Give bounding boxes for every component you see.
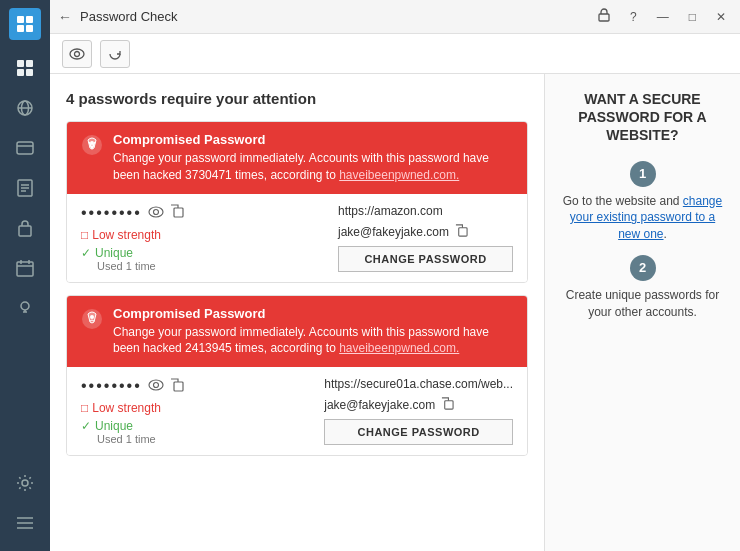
compromised-content-2: Compromised Password Change your passwor…: [113, 306, 513, 358]
main-area: ← Password Check ? — □ ✕: [50, 0, 740, 551]
compromised-text-1: Change your password immediately. Accoun…: [113, 150, 513, 184]
strength-icon-2: □: [81, 401, 88, 415]
sidebar-item-notes[interactable]: [5, 170, 45, 206]
sidebar-item-more[interactable]: [5, 505, 45, 541]
compromised-icon-2: [81, 308, 103, 335]
password-details-1: ••••••••: [67, 194, 527, 282]
haveibeenpwned-link-2[interactable]: haveibeenpwned.com.: [339, 341, 459, 355]
password-field-1: ••••••••: [81, 204, 328, 222]
copy-email-icon-1[interactable]: [455, 224, 468, 240]
svg-point-23: [22, 480, 28, 486]
email-2: jake@fakeyjake.com: [324, 398, 435, 412]
show-password-icon-2[interactable]: [148, 378, 164, 394]
show-password-icon-1[interactable]: [148, 205, 164, 221]
svg-rect-6: [17, 69, 24, 76]
change-password-btn-1[interactable]: CHANGE PASSWORD: [338, 246, 513, 272]
svg-rect-17: [19, 226, 31, 236]
strength-label-2: Low strength: [92, 401, 161, 415]
svg-rect-41: [445, 401, 453, 409]
email-row-2: jake@fakeyjake.com: [324, 397, 513, 413]
unique-icon-1: ✓: [81, 246, 91, 260]
compromised-title-2: Compromised Password: [113, 306, 513, 321]
panel-header: 4 passwords require your attention: [66, 90, 528, 107]
compromised-text-2: Change your password immediately. Accoun…: [113, 324, 513, 358]
password-left-2: ••••••••: [81, 377, 314, 445]
svg-rect-7: [26, 69, 33, 76]
svg-rect-5: [26, 60, 33, 67]
svg-point-39: [153, 383, 158, 388]
svg-point-29: [75, 51, 80, 56]
titlebar: ← Password Check ? — □ ✕: [50, 0, 740, 34]
strength-label-1: Low strength: [92, 228, 161, 242]
svg-rect-3: [26, 25, 33, 32]
sidebar: [0, 0, 50, 551]
site-url-1: https://amazon.com: [338, 204, 443, 218]
password-right-1: https://amazon.com jake@fakeyjake.com CH…: [338, 204, 513, 272]
copy-password-icon-1[interactable]: [170, 204, 184, 221]
password-dots-1: ••••••••: [81, 204, 142, 222]
password-right-2: https://secure01a.chase.com/web... jake@…: [324, 377, 513, 445]
svg-rect-4: [17, 60, 24, 67]
maximize-button[interactable]: □: [683, 8, 702, 26]
svg-rect-34: [174, 208, 183, 217]
left-panel: 4 passwords require your attention: [50, 74, 545, 551]
password-card-2: Compromised Password Change your passwor…: [66, 295, 528, 457]
compromised-banner-1: Compromised Password Change your passwor…: [67, 122, 527, 194]
svg-point-22: [21, 302, 29, 310]
step-2-text: Create unique passwords for your other a…: [559, 287, 726, 321]
compromised-icon-1: [81, 134, 103, 161]
svg-rect-27: [599, 14, 609, 21]
sidebar-item-dashboard[interactable]: [5, 50, 45, 86]
sidebar-item-calendar[interactable]: [5, 250, 45, 286]
unique-row-2: ✓ Unique: [81, 419, 314, 433]
svg-point-33: [153, 209, 158, 214]
email-1: jake@fakeyjake.com: [338, 225, 449, 239]
svg-rect-0: [17, 16, 24, 23]
haveibeenpwned-link-1[interactable]: haveibeenpwned.com.: [339, 168, 459, 182]
copy-password-icon-2[interactable]: [170, 378, 184, 395]
close-button[interactable]: ✕: [710, 8, 732, 26]
unique-label-2: Unique: [95, 419, 133, 433]
svg-rect-18: [17, 262, 33, 276]
strength-row-2: □ Low strength: [81, 401, 314, 415]
content-area: 4 passwords require your attention: [50, 74, 740, 551]
unique-icon-2: ✓: [81, 419, 91, 433]
page-title: Password Check: [80, 9, 592, 24]
used-text-1: Used 1 time: [97, 260, 328, 272]
sidebar-bottom: [5, 463, 45, 543]
svg-point-31: [90, 141, 94, 145]
site-row-2: https://secure01a.chase.com/web...: [324, 377, 513, 391]
eye-button[interactable]: [62, 40, 92, 68]
back-button[interactable]: ←: [58, 9, 72, 25]
step-2-badge: 2: [630, 255, 656, 281]
right-panel: WANT A SECURE PASSWORD FOR A WEBSITE? 1 …: [545, 74, 740, 551]
site-url-2: https://secure01a.chase.com/web...: [324, 377, 513, 391]
help-button[interactable]: ?: [624, 8, 643, 26]
compromised-banner-2: Compromised Password Change your passwor…: [67, 296, 527, 368]
step-2-block: 2 Create unique passwords for your other…: [559, 255, 726, 321]
steps-container: 1 Go to the website and change your exis…: [559, 161, 726, 321]
lock-icon: [592, 6, 616, 27]
site-row-1: https://amazon.com: [338, 204, 513, 218]
refresh-button[interactable]: [100, 40, 130, 68]
svg-rect-11: [17, 142, 33, 154]
sidebar-item-settings[interactable]: [5, 465, 45, 501]
copy-email-icon-2[interactable]: [441, 397, 454, 413]
password-field-2: ••••••••: [81, 377, 314, 395]
password-card-1: Compromised Password Change your passwor…: [66, 121, 528, 283]
svg-rect-1: [26, 16, 33, 23]
svg-point-37: [90, 315, 94, 319]
step-1-text: Go to the website and change your existi…: [559, 193, 726, 243]
email-row-1: jake@fakeyjake.com: [338, 224, 513, 240]
sidebar-item-enterprise[interactable]: [5, 210, 45, 246]
sidebar-item-browser[interactable]: [5, 90, 45, 126]
sidebar-item-cards[interactable]: [5, 130, 45, 166]
password-details-2: ••••••••: [67, 367, 527, 455]
change-password-btn-2[interactable]: CHANGE PASSWORD: [324, 419, 513, 445]
password-dots-2: ••••••••: [81, 377, 142, 395]
svg-point-28: [70, 49, 84, 59]
password-left-1: ••••••••: [81, 204, 328, 272]
sidebar-logo[interactable]: [9, 8, 41, 40]
minimize-button[interactable]: —: [651, 8, 675, 26]
sidebar-item-passwords[interactable]: [5, 290, 45, 326]
